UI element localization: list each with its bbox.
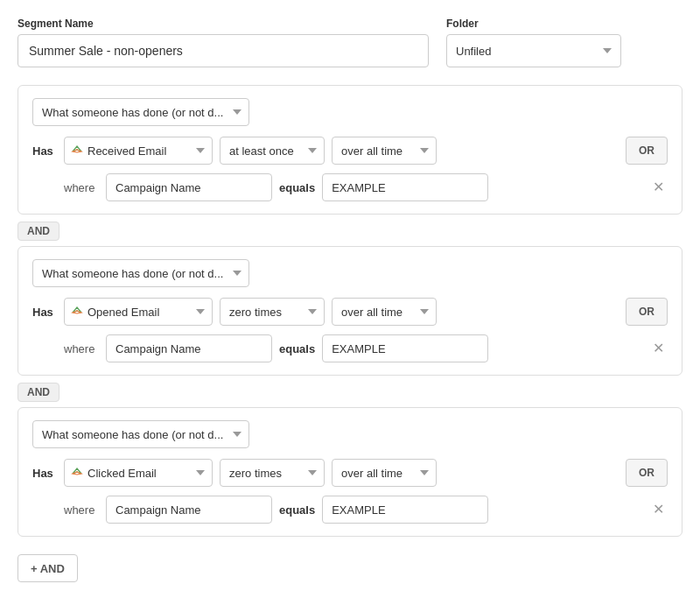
segment-name-group: Segment Name <box>18 18 429 67</box>
condition-type-select-1[interactable]: What someone has done (or not d... <box>32 98 249 126</box>
where-label-1: where <box>64 181 99 194</box>
action-wrapper-2: Received Email Opened Email Clicked Emai… <box>64 298 213 326</box>
form-container: Segment Name Folder Unfiled Campaigns Li… <box>18 18 682 582</box>
add-and-button[interactable]: + AND <box>18 554 78 582</box>
segment-name-input[interactable] <box>18 34 429 67</box>
value-input-2[interactable] <box>322 334 488 362</box>
condition-type-row-3: What someone has done (or not d... <box>32 420 668 448</box>
condition-type-row-2: What someone has done (or not d... <box>32 259 668 287</box>
frequency-select-3[interactable]: at least once zero times exactly <box>220 459 325 487</box>
where-label-3: where <box>64 503 99 517</box>
frequency-select-1[interactable]: at least once zero times exactly <box>220 137 325 165</box>
and-badge-1: AND <box>18 222 60 241</box>
action-wrapper-1: Received Email Opened Email Clicked Emai… <box>64 137 213 165</box>
folder-select[interactable]: Unfiled Campaigns Lists <box>446 34 621 67</box>
has-row-1: Has Received Email Opened Email Clicked … <box>32 137 668 165</box>
delete-btn-2[interactable]: ✕ <box>649 341 668 355</box>
delete-btn-3[interactable]: ✕ <box>649 503 668 517</box>
has-label-3: Has <box>32 467 57 480</box>
has-label-2: Has <box>32 306 57 319</box>
delete-btn-1[interactable]: ✕ <box>649 180 668 194</box>
or-button-2[interactable]: OR <box>626 298 668 326</box>
and-badge-2: AND <box>18 383 60 402</box>
folder-label: Folder <box>446 18 621 30</box>
condition-type-select-3[interactable]: What someone has done (or not d... <box>32 420 249 448</box>
has-row-2: Has Received Email Opened Email Clicked … <box>32 298 668 326</box>
time-select-2[interactable]: over all time in the last between <box>332 298 437 326</box>
form-header: Segment Name Folder Unfiled Campaigns Li… <box>18 18 682 67</box>
action-wrapper-3: Received Email Opened Email Clicked Emai… <box>64 459 213 487</box>
has-label-1: Has <box>32 144 57 158</box>
where-row-3: where equals ✕ <box>32 496 668 524</box>
time-select-3[interactable]: over all time in the last between <box>332 459 437 487</box>
segment-name-label: Segment Name <box>18 18 429 30</box>
where-row-2: where equals ✕ <box>32 334 668 362</box>
value-input-3[interactable] <box>322 496 488 524</box>
where-field-1[interactable] <box>106 173 272 201</box>
where-field-2[interactable] <box>106 334 272 362</box>
where-row-1: where equals ✕ <box>32 173 668 201</box>
condition-type-row-1: What someone has done (or not d... <box>32 98 668 126</box>
time-select-1[interactable]: over all time in the last between <box>332 137 437 165</box>
condition-block-3: What someone has done (or not d... Has R… <box>18 407 682 537</box>
and-separator-1: AND <box>18 222 682 241</box>
where-label-2: where <box>64 342 99 355</box>
condition-block-1: What someone has done (or not d... Has R… <box>18 85 682 215</box>
action-select-2[interactable]: Received Email Opened Email Clicked Emai… <box>64 298 213 326</box>
frequency-select-2[interactable]: at least once zero times exactly <box>220 298 325 326</box>
condition-block-2: What someone has done (or not d... Has R… <box>18 246 682 376</box>
and-separator-2: AND <box>18 383 682 402</box>
condition-type-select-2[interactable]: What someone has done (or not d... <box>32 259 249 287</box>
where-field-3[interactable] <box>106 496 272 524</box>
or-button-1[interactable]: OR <box>626 137 668 165</box>
folder-group: Folder Unfiled Campaigns Lists <box>446 18 621 67</box>
value-input-1[interactable] <box>322 173 488 201</box>
has-row-3: Has Received Email Opened Email Clicked … <box>32 459 668 487</box>
equals-label-2: equals <box>279 342 315 355</box>
equals-label-1: equals <box>279 181 315 194</box>
equals-label-3: equals <box>279 503 315 517</box>
action-select-3[interactable]: Received Email Opened Email Clicked Emai… <box>64 459 213 487</box>
action-select-1[interactable]: Received Email Opened Email Clicked Emai… <box>64 137 213 165</box>
or-button-3[interactable]: OR <box>626 459 668 487</box>
